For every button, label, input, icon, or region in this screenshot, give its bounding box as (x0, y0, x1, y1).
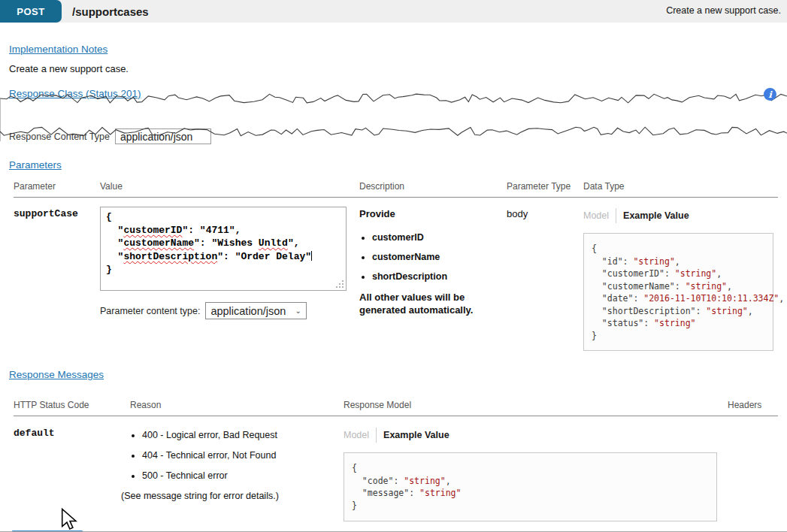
reason-list: 400 - Logical error, Bad Request404 - Te… (130, 430, 344, 481)
support-case-body-textarea[interactable]: { "customerID": "4711", "customerName": … (100, 207, 347, 291)
responses-table-header: HTTP Status Code Reason Response Model H… (14, 400, 778, 416)
tab-divider (616, 208, 616, 223)
operation-header-bar: POST /supportcases Create a new support … (0, 0, 787, 23)
reason-note: (See message string for error details.) (121, 491, 344, 501)
col-value: Value (100, 181, 359, 192)
description-cell: Provide customerIDcustomerNameshortDescr… (359, 207, 507, 351)
response-messages-heading: Response Messages (9, 369, 104, 380)
responses-table-row: default 400 - Logical error, Bad Request… (14, 426, 778, 521)
chevron-down-icon: ⌄ (295, 307, 301, 315)
col-data-type: Data Type (583, 181, 778, 192)
col-parameter-type: Parameter Type (507, 181, 583, 192)
list-item: 500 - Technical error (142, 470, 344, 481)
operation-summary: Create a new support case. (666, 5, 781, 16)
parameters-table-header: Parameter Value Description Parameter Ty… (14, 181, 778, 198)
response-example-json: { "code": "string", "message": "string"} (344, 452, 717, 521)
api-operation-panel: POST /supportcases Create a new support … (0, 0, 787, 532)
endpoint-path[interactable]: /supportcases (72, 5, 149, 18)
description-lead: Provide (359, 208, 492, 219)
description-note: All other values will be generated autom… (359, 291, 491, 316)
parameter-type-value: body (507, 207, 583, 351)
resize-grip-icon[interactable] (336, 280, 344, 289)
param-model-tab[interactable]: Model (583, 210, 609, 221)
torn-screenshot-region: Response Class (Status 201) i Response C… (0, 84, 787, 149)
response-model-cell: Model Example Value { "code": "string", … (344, 426, 728, 521)
implementation-notes-text: Create a new support case. (9, 63, 787, 74)
description-list: customerIDcustomerNameshortDescription (359, 232, 492, 282)
col-parameter: Parameter (14, 181, 100, 192)
response-status-code: default (14, 426, 130, 521)
tab-divider (376, 428, 377, 443)
param-example-json: { "id": "string", "customerID": "string"… (583, 233, 773, 351)
parameter-content-type-label: Parameter content type: (100, 306, 200, 316)
col-response-model: Response Model (344, 400, 728, 410)
value-cell: { "customerID": "4711", "customerName": … (100, 207, 359, 351)
response-example-value-tab[interactable]: Example Value (383, 430, 449, 440)
parameter-name: supportCase (14, 207, 100, 351)
col-description: Description (359, 181, 507, 192)
list-item: shortDescription (372, 271, 492, 282)
param-example-value-tab[interactable]: Example Value (623, 210, 689, 221)
data-type-cell: Model Example Value { "id": "string", "c… (583, 207, 778, 351)
http-method-badge[interactable]: POST (0, 0, 62, 23)
parameters-table-row: supportCase { "customerID": "4711", "cus… (14, 207, 778, 351)
tear-edge-top (0, 93, 787, 104)
reason-cell: 400 - Logical error, Bad Request404 - Te… (130, 426, 344, 521)
list-item: customerID (372, 232, 492, 243)
parameter-content-type-value: application/json (210, 305, 286, 317)
tear-edge-bottom (0, 126, 787, 137)
col-headers: Headers (728, 400, 778, 410)
headers-cell (728, 426, 778, 521)
implementation-notes-heading: Implementation Notes (9, 44, 107, 55)
parameters-heading: Parameters (9, 159, 62, 171)
response-model-tab[interactable]: Model (344, 430, 369, 440)
parameter-content-type-select[interactable]: application/json ⌄ (205, 302, 306, 319)
col-http-status-code: HTTP Status Code (14, 400, 130, 410)
col-reason: Reason (130, 400, 344, 410)
list-item: customerName (372, 252, 492, 262)
list-item: 404 - Technical error, Not Found (142, 450, 344, 461)
list-item: 400 - Logical error, Bad Request (142, 430, 344, 440)
info-icon[interactable]: i (764, 88, 776, 101)
